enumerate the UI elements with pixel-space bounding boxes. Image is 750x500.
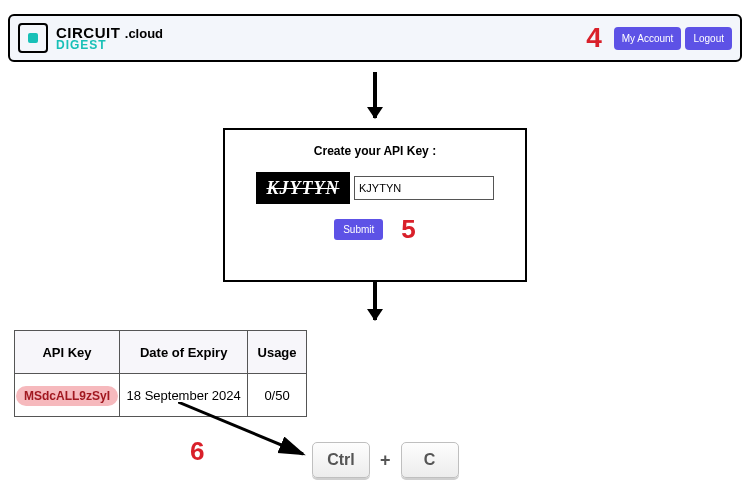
key-ctrl: Ctrl <box>312 442 370 478</box>
submit-button[interactable]: Submit <box>334 219 383 240</box>
my-account-button[interactable]: My Account <box>614 27 682 50</box>
chip-icon <box>18 23 48 53</box>
captcha-image: KJYTYN <box>256 172 350 204</box>
api-key-value[interactable]: MSdcALL9zSyI <box>16 386 118 406</box>
panel-title: Create your API Key : <box>225 144 525 158</box>
plus-sign: + <box>380 450 391 471</box>
col-expiry: Date of Expiry <box>120 331 248 374</box>
top-bar: CIRCUIT .cloud DIGEST 4 My Account Logou… <box>8 14 742 62</box>
step-marker-4: 4 <box>586 22 602 54</box>
col-api-key: API Key <box>15 331 120 374</box>
arrow-down-icon <box>373 280 377 320</box>
col-usage: Usage <box>248 331 306 374</box>
arrow-diagonal-icon <box>178 402 318 462</box>
svg-line-0 <box>178 402 303 454</box>
create-api-key-panel: Create your API Key : KJYTYN Submit 5 <box>223 128 527 282</box>
key-c: C <box>401 442 459 478</box>
keyboard-shortcut: Ctrl + C <box>312 442 459 478</box>
step-marker-5: 5 <box>401 214 415 245</box>
brand-logo: CIRCUIT .cloud DIGEST <box>18 23 163 53</box>
arrow-down-icon <box>373 72 377 118</box>
logout-button[interactable]: Logout <box>685 27 732 50</box>
brand-suffix: .cloud <box>125 26 163 41</box>
captcha-input[interactable] <box>354 176 494 200</box>
